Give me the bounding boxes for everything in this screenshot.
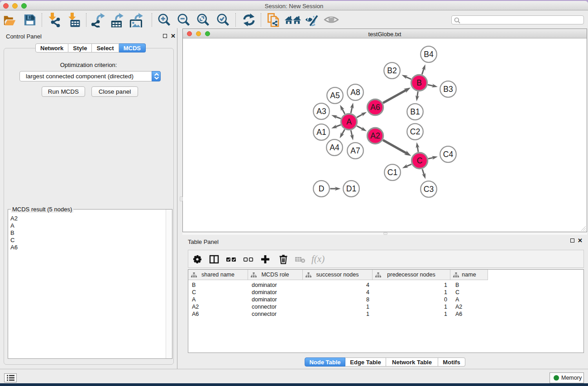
svg-text:A4: A4 (330, 143, 339, 152)
svg-text:A6: A6 (370, 103, 380, 112)
svg-text:D1: D1 (346, 184, 356, 193)
svg-text:D: D (319, 184, 325, 193)
svg-text:A: A (346, 117, 352, 126)
svg-text:A5: A5 (330, 91, 339, 100)
svg-text:A1: A1 (316, 128, 326, 137)
svg-text:A8: A8 (350, 88, 360, 97)
svg-text:C: C (417, 156, 423, 165)
svg-text:C2: C2 (410, 127, 420, 136)
svg-text:A3: A3 (316, 107, 326, 116)
svg-text:B3: B3 (443, 85, 453, 94)
svg-text:B4: B4 (424, 50, 434, 59)
svg-text:C1: C1 (387, 168, 397, 177)
svg-text:C4: C4 (443, 150, 454, 159)
svg-text:B2: B2 (387, 66, 397, 75)
svg-text:B1: B1 (410, 107, 420, 116)
svg-text:B: B (416, 78, 422, 87)
svg-text:A7: A7 (350, 146, 360, 155)
svg-text:A2: A2 (370, 131, 380, 140)
svg-text:C3: C3 (424, 185, 434, 194)
